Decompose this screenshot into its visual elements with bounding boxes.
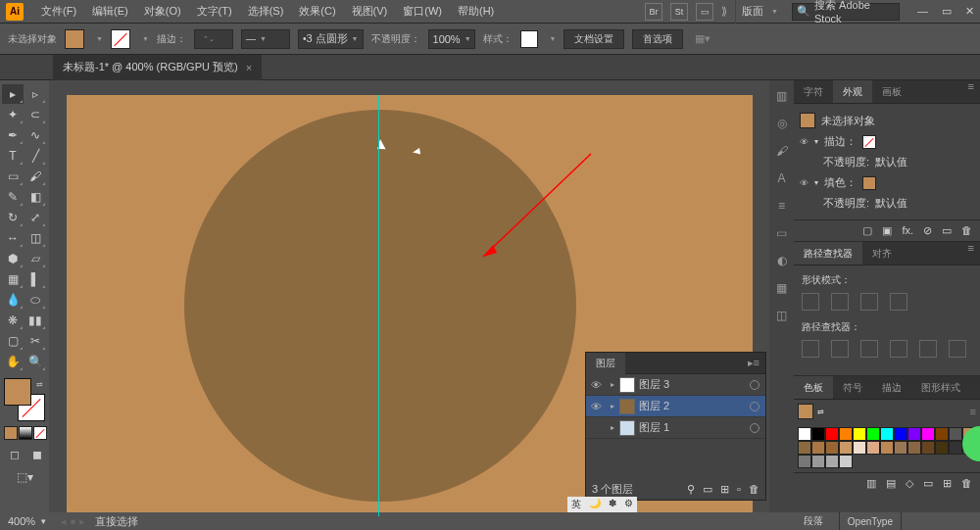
swatch-cell[interactable] — [866, 427, 880, 441]
style-dd[interactable]: ▼ — [550, 35, 557, 42]
type-tool[interactable]: T — [2, 146, 24, 166]
menu-help[interactable]: 帮助(H) — [450, 4, 502, 19]
layers-tab[interactable]: 图层 — [586, 353, 625, 374]
unite-icon[interactable] — [802, 293, 819, 311]
eyedropper-tool[interactable]: 💧 — [2, 290, 24, 310]
none-mode[interactable] — [33, 426, 47, 440]
minimize-icon[interactable]: — — [917, 5, 928, 18]
tab-appearance[interactable]: 外观 — [833, 80, 872, 103]
layer-row-3[interactable]: 👁▸ 图层 3 — [586, 374, 765, 396]
layers-panel[interactable]: 图层 ▸≡ 👁▸ 图层 3 👁▸ 图层 2 ▸ 图层 1 3 个图层 ⚲ ▭ ⊞… — [585, 352, 766, 501]
swatch-cell[interactable] — [935, 427, 949, 441]
type-panel-icon[interactable]: A — [774, 170, 790, 186]
swatch-new-icon[interactable]: ⊞ — [943, 477, 952, 490]
tab-artboards[interactable]: 画板 — [872, 80, 911, 103]
graph-tool[interactable]: ▮▮ — [24, 311, 46, 330]
eye-icon[interactable]: 👁 — [800, 137, 808, 147]
brush-tool[interactable]: 🖌 — [24, 167, 46, 186]
make-clip-icon[interactable]: ▭ — [703, 483, 712, 496]
appear-stroke-swatch[interactable] — [862, 135, 876, 149]
swatch-cell[interactable] — [825, 455, 839, 468]
new-sublayer-icon[interactable]: ⊞ — [720, 483, 729, 496]
swatch-cell[interactable] — [907, 441, 921, 455]
swatch-cell[interactable] — [880, 441, 894, 455]
direct-selection-tool[interactable]: ▹ — [24, 84, 46, 104]
swatch-cell[interactable] — [949, 441, 962, 455]
layers-menu-icon[interactable]: ▸≡ — [742, 357, 765, 369]
close-icon[interactable]: ✕ — [965, 5, 974, 18]
eye-icon[interactable]: 👁 — [586, 401, 606, 412]
swatch-cell[interactable] — [935, 441, 949, 455]
shaper-tool[interactable]: ✎ — [2, 187, 24, 207]
eye-icon-2[interactable]: 👁 — [800, 178, 808, 188]
swatch-cell[interactable] — [798, 455, 811, 468]
align-panel-icon[interactable]: ≡ — [774, 198, 790, 214]
graphic-styles-icon[interactable]: ▦ — [774, 280, 790, 296]
var-width[interactable]: —▼ — [241, 29, 290, 49]
expand-icon[interactable] — [919, 293, 937, 311]
lasso-tool[interactable]: ⊂ — [24, 105, 46, 124]
swatch-cell[interactable] — [853, 441, 866, 455]
arrange-icon[interactable]: ▭ — [696, 3, 713, 21]
merge-icon[interactable] — [860, 340, 878, 358]
free-transform-tool[interactable]: ◫ — [24, 228, 46, 248]
eye-icon[interactable]: 👁 — [586, 379, 606, 391]
pen-tool[interactable]: ✒ — [2, 125, 24, 145]
intersect-icon[interactable] — [860, 293, 878, 311]
menu-object[interactable]: 对象(O) — [136, 4, 189, 19]
stroke-swatch[interactable] — [111, 29, 130, 49]
color-mode[interactable] — [4, 426, 18, 440]
rect-tool[interactable]: ▭ — [2, 167, 24, 186]
shape-builder-tool[interactable]: ⬢ — [2, 249, 24, 268]
tab-close-icon[interactable]: × — [246, 62, 252, 73]
selection-tool[interactable]: ▸ — [2, 84, 24, 104]
fill-dd[interactable]: ▼ — [96, 35, 103, 42]
swatch-cell[interactable] — [949, 427, 962, 441]
menu-file[interactable]: 文件(F) — [33, 4, 84, 19]
swatch-cell[interactable] — [825, 441, 839, 455]
swatch-trash-icon[interactable]: 🗑 — [961, 477, 972, 490]
stock-search[interactable]: 🔍搜索 Adobe Stock — [792, 3, 900, 21]
swatch-cell[interactable] — [825, 427, 839, 441]
tab-align[interactable]: 对齐 — [862, 242, 902, 265]
artboard-tool[interactable]: ▢ — [2, 331, 24, 351]
width-tool[interactable]: ↔ — [2, 228, 24, 248]
panel-menu-icon[interactable]: ≡ — [962, 80, 980, 103]
bridge-icon[interactable]: Br — [645, 3, 662, 21]
pf-menu-icon[interactable]: ≡ — [962, 242, 980, 265]
draw-normal[interactable]: ◻ — [4, 445, 25, 464]
mesh-tool[interactable]: ▦ — [2, 269, 24, 289]
curvature-tool[interactable]: ∿ — [24, 125, 46, 145]
transform-panel-icon[interactable]: ▭ — [774, 225, 790, 241]
menu-type[interactable]: 文字(T) — [189, 4, 240, 19]
eraser-tool[interactable]: ◧ — [24, 187, 46, 207]
swatch-cell[interactable] — [839, 455, 853, 468]
opentype-tab[interactable]: OpenType — [839, 512, 902, 530]
appear-dup[interactable]: ▭ — [942, 224, 952, 237]
delete-layer-icon[interactable]: 🗑 — [749, 483, 760, 496]
active-fill-swatch[interactable] — [798, 404, 813, 419]
swatch-cell[interactable] — [839, 441, 853, 455]
magic-wand-tool[interactable]: ✦ — [2, 105, 24, 124]
swatch-lib-icon[interactable]: ▥ — [866, 477, 876, 490]
slice-tool[interactable]: ✂ — [24, 331, 46, 351]
opacity-value[interactable]: 100%▼ — [428, 29, 475, 49]
align-to-icon[interactable]: ▦▾ — [695, 32, 710, 45]
exclude-icon[interactable] — [890, 293, 907, 311]
menu-edit[interactable]: 编辑(E) — [84, 4, 136, 19]
minus-front-icon[interactable] — [831, 293, 849, 311]
maximize-icon[interactable]: ▭ — [942, 5, 952, 18]
doc-setup-button[interactable]: 文档设置 — [564, 29, 624, 49]
zoom-tool[interactable]: 🔍 — [24, 352, 46, 371]
swatch-cell[interactable] — [811, 441, 825, 455]
menu-effect[interactable]: 效果(C) — [291, 4, 343, 19]
swatch-cell[interactable] — [811, 427, 825, 441]
stock-icon[interactable]: St — [670, 3, 688, 21]
trim-icon[interactable] — [831, 340, 849, 358]
perspective-tool[interactable]: ▱ — [24, 249, 46, 268]
appear-add-fill[interactable]: ▣ — [882, 224, 892, 237]
appear-trash[interactable]: 🗑 — [961, 224, 972, 237]
stroke-weight[interactable]: ⌃⌄ — [194, 29, 233, 49]
hand-tool[interactable]: ✋ — [2, 352, 24, 371]
brush-def[interactable]: • 3 点圆形▼ — [298, 29, 364, 49]
